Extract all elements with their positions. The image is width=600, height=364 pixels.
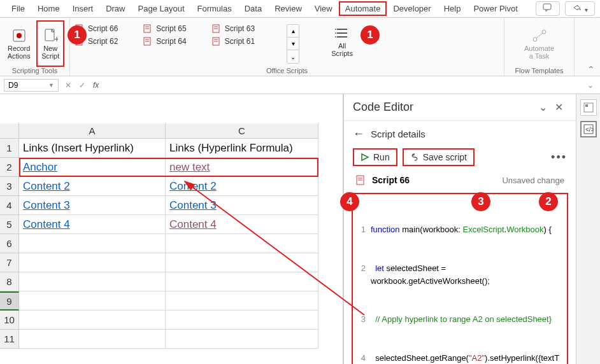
comment-icon [543,3,553,12]
cell[interactable] [166,311,318,330]
cell-C1[interactable]: Links (Hyperlink Formula) [166,139,318,158]
cell-C2[interactable]: new text [166,158,318,177]
script-icon [355,175,366,185]
cell-A1[interactable]: Links (Insert Hyperlink) [19,139,166,158]
record-actions-button[interactable]: Record Actions [5,20,32,67]
fx-label[interactable]: fx [89,81,103,90]
script-gallery-item[interactable]: Script 65 [143,24,186,33]
tab-draw[interactable]: Draw [99,1,131,16]
script-gallery-item[interactable]: Script 63 [212,24,255,33]
row-head[interactable]: 2 [0,158,19,177]
row-head[interactable]: 5 [0,215,19,234]
svg-point-26 [335,29,336,30]
script-status: Unsaved change [502,176,564,185]
tab-formulas[interactable]: Formulas [191,1,238,16]
tab-review[interactable]: Review [268,1,308,16]
pane-minimize[interactable]: ⌄ [535,101,551,113]
tab-home[interactable]: Home [31,1,66,16]
script-icon [143,24,152,33]
col-head-C[interactable]: C [166,123,318,139]
cell[interactable] [166,330,318,349]
script-icon [212,37,221,46]
gallery-nav: ▴ ▾ ⌄ [287,24,299,64]
row-head[interactable]: 7 [0,253,19,272]
cell[interactable] [19,291,166,311]
select-all-corner[interactable] [0,123,19,139]
automate-task-button[interactable]: Automate a Task [525,20,554,67]
row-head[interactable]: 8 [0,272,19,291]
side-tab-code[interactable]: </> [580,121,597,137]
tab-power-pivot[interactable]: Power Pivot [467,1,524,16]
cell-C4[interactable]: Content 3 [166,196,318,215]
cell-A5[interactable]: Content 4 [19,215,166,234]
gallery-more[interactable]: ⌄ [287,50,299,63]
script-icon [143,37,152,46]
ribbon-collapse[interactable]: ⌃ [587,64,595,74]
row-head[interactable]: 6 [0,234,19,253]
comments-button[interactable] [536,1,560,16]
tab-developer[interactable]: Developer [387,1,437,16]
cell[interactable] [19,234,166,253]
cell[interactable] [19,272,166,291]
tab-data[interactable]: Data [238,1,268,16]
all-scripts-button[interactable]: All Scripts [327,24,357,59]
row-head[interactable]: 4 [0,196,19,215]
gallery-down[interactable]: ▾ [287,38,299,50]
cell-A3[interactable]: Content 2 [19,177,166,196]
side-tab-strip: </> [576,94,600,364]
row-head[interactable]: 10 [0,311,19,330]
svg-text:</>: </> [585,126,594,133]
cell[interactable] [166,234,318,253]
tab-insert[interactable]: Insert [66,1,100,16]
script-gallery-item[interactable]: Script 61 [212,37,255,46]
row-head[interactable]: 1 [0,139,19,158]
cell[interactable] [166,272,318,291]
back-button[interactable]: ← [353,127,364,141]
record-icon [11,28,27,43]
new-script-button[interactable]: + New Script [36,20,64,67]
script-icon [212,24,221,33]
cell[interactable] [19,330,166,349]
cell[interactable] [19,253,166,272]
svg-rect-0 [543,4,551,10]
share-icon [572,3,582,12]
col-head-A[interactable]: A [19,123,166,139]
script-gallery-item[interactable]: Script 62 [75,37,118,46]
formula-expand[interactable]: ⌄ [581,81,600,90]
script-gallery-item[interactable]: Script 64 [143,37,186,46]
code-editor[interactable]: 1function main(workbook: ExcelScript.Wor… [352,193,568,364]
cell[interactable] [166,253,318,272]
tab-file[interactable]: File [5,1,31,16]
share-button[interactable]: ▾ [565,1,595,16]
cell-C3[interactable]: Content 2 [166,177,318,196]
accept-formula[interactable]: ✓ [75,81,89,90]
side-tab-gallery[interactable] [580,99,597,116]
cell-A4[interactable]: Content 3 [19,196,166,215]
tab-view[interactable]: View [308,1,339,16]
new-script-icon: + [43,28,58,43]
run-button[interactable]: Run [353,148,397,166]
pane-close[interactable]: ✕ [551,101,567,113]
script-icon [75,37,84,46]
more-actions[interactable]: ••• [551,151,567,164]
svg-point-2 [17,33,22,38]
row-head[interactable]: 3 [0,177,19,196]
cancel-formula[interactable]: ✕ [61,81,75,90]
formula-bar: D9▼ ✕ ✓ fx ⌄ [0,76,600,94]
row-head[interactable]: 9 [0,291,19,311]
script-gallery-item[interactable]: Script 66 [75,24,118,33]
code-editor-pane: Code Editor ⌄ ✕ ← Script details Run Sav… [344,94,576,364]
svg-point-27 [335,32,336,34]
tab-help[interactable]: Help [438,1,468,16]
cell-A2[interactable]: Anchor [19,158,166,177]
cell[interactable] [19,311,166,330]
gallery-up[interactable]: ▴ [287,25,299,38]
row-head[interactable]: 11 [0,330,19,349]
save-script-button[interactable]: Save script [403,148,475,166]
name-box[interactable]: D9▼ [4,79,59,92]
cell-C5[interactable]: Content 4 [166,215,318,234]
tab-page-layout[interactable]: Page Layout [132,1,191,16]
cell[interactable] [166,291,318,311]
formula-input[interactable] [103,76,581,94]
tab-automate[interactable]: Automate [339,1,387,16]
